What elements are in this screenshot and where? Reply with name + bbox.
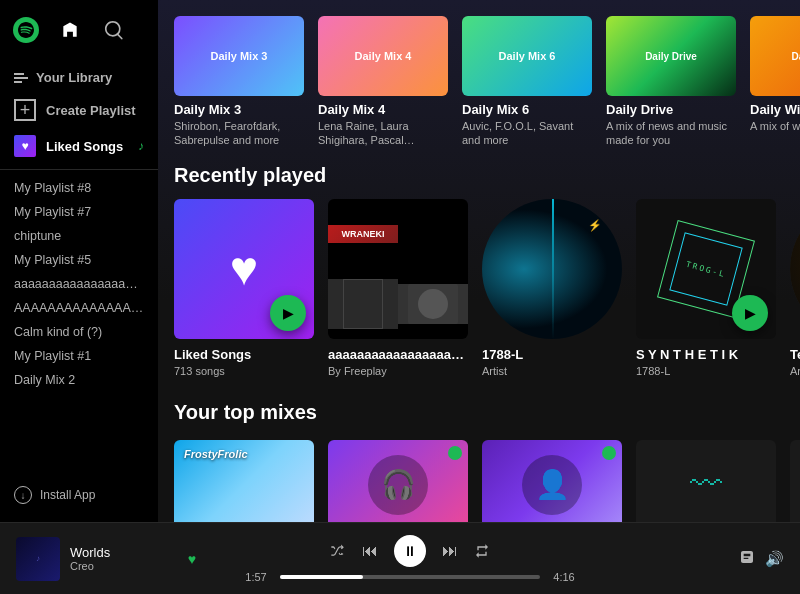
create-playlist-button[interactable]: + Create Playlist	[0, 91, 158, 129]
1788l-card[interactable]: ⚡ 1788-L Artist	[482, 199, 622, 377]
list-item[interactable]: My Playlist #1	[14, 344, 144, 368]
install-label: Install App	[40, 488, 95, 502]
mix-card-6[interactable]: Daily Mix 6 Daily Mix 6 Auvic, F.O.O.L, …	[462, 16, 592, 148]
liked-songs-icon: ♥	[14, 135, 36, 157]
prev-button[interactable]: ⏮	[362, 542, 378, 560]
synth-play-button[interactable]: ▶	[732, 295, 768, 331]
mix3-subtitle: Shirobon, Fearofdark, Sabrepulse and mor…	[174, 119, 304, 148]
main-content: Daily Mix 3 Daily Mix 3 Shirobon, Fearof…	[158, 0, 800, 522]
freeplay-q4	[398, 284, 468, 324]
synthetik-thumb: TROG-L ▶	[636, 199, 776, 339]
pink-mix-card[interactable]: 🎧	[328, 440, 468, 522]
time-total: 4:16	[548, 571, 580, 583]
mix4-label: Daily Mix 4	[355, 50, 412, 62]
synthetik-subtitle: 1788-L	[636, 365, 776, 377]
top-mixes-row: FrostyFrolic 🎧 👤	[158, 440, 800, 522]
library-icon	[14, 73, 28, 83]
mix3-thumbnail: Daily Mix 3	[174, 16, 304, 96]
progress-row: 1:57 4:16	[240, 571, 580, 583]
teminite-subtitle: Artist	[790, 365, 800, 377]
spotify-logo-small2	[602, 446, 616, 460]
pause-button[interactable]: ⏸	[394, 535, 426, 567]
purple-mix-card[interactable]: 👤	[482, 440, 622, 522]
install-app-button[interactable]: ↓ Install App	[0, 476, 158, 514]
playlist-list: My Playlist #8 My Playlist #7 chiptune M…	[0, 176, 158, 476]
list-item[interactable]: Calm kind of (?)	[14, 320, 144, 344]
next-button[interactable]: ⏭	[442, 542, 458, 560]
main-layout: Your Library + Create Playlist ♥ Liked S…	[0, 0, 800, 522]
plus-icon: +	[14, 99, 36, 121]
player-controls: ⏮ ⏸ ⏭ 1:57 4:16	[196, 535, 624, 583]
bottom-player: ♪ Worlds Creo ♥ ⏮ ⏸ ⏭ 1:57	[0, 522, 800, 594]
shuffle-button[interactable]	[330, 543, 346, 559]
mixdrive-subtitle: A mix of news and music made for you	[606, 119, 736, 148]
heart-icon: ♥	[230, 241, 259, 296]
mix6-thumbnail: Daily Mix 6	[462, 16, 592, 96]
teminite-thumb: 👤	[790, 199, 800, 339]
recently-played-header: Recently played	[158, 156, 800, 199]
list-item[interactable]: chiptune	[14, 224, 144, 248]
teal-waves-icon: 〰	[690, 466, 722, 503]
top-mixes-header: Your top mixes	[158, 393, 800, 436]
freeplay-subtitle: By Freeplay	[328, 365, 468, 377]
time-elapsed: 1:57	[240, 571, 272, 583]
spotify-logo[interactable]	[12, 16, 40, 44]
frosty-label: FrostyFrolic	[184, 448, 248, 460]
home-icon[interactable]	[56, 16, 84, 44]
mixw-subtitle: A mix of wellness...	[750, 119, 800, 133]
mixw-label: Daily Wi...	[791, 51, 800, 62]
track-liked-icon[interactable]: ♥	[188, 551, 196, 567]
list-item[interactable]: My Playlist #5	[14, 248, 144, 272]
synthetik-card[interactable]: TROG-L ▶ S Y N T H E T I K 1788-L	[636, 199, 776, 377]
freeplay-card[interactable]: WRANEKI aaaaaaaaaaaaaaaaaaa... By Freepl…	[328, 199, 468, 377]
daily-mix-row: Daily Mix 3 Daily Mix 3 Shirobon, Fearof…	[158, 0, 800, 156]
mixw-title: Daily Wi...	[750, 102, 800, 117]
1788l-title: 1788-L	[482, 347, 622, 362]
mix4-subtitle: Lena Raine, Laura Shigihara, Pascal Mich…	[318, 119, 448, 148]
list-item[interactable]: AAAAAAAAAAAAAAAAAAA...	[14, 296, 144, 320]
pink-figure: 🎧	[368, 455, 428, 515]
lyrics-button[interactable]	[739, 549, 755, 568]
track-name: Worlds	[70, 545, 178, 560]
speaker-icon: ♪	[138, 139, 144, 153]
mix-card-drive[interactable]: Daily Drive Daily Drive A mix of news an…	[606, 16, 736, 148]
repeat-button[interactable]	[474, 543, 490, 559]
control-buttons: ⏮ ⏸ ⏭	[330, 535, 490, 567]
synthetik-title: S Y N T H E T I K	[636, 347, 776, 362]
track-artist: Creo	[70, 560, 178, 572]
teal-mix-card[interactable]: 〰	[636, 440, 776, 522]
list-item[interactable]: My Playlist #7	[14, 200, 144, 224]
frosty-mix-card[interactable]: FrostyFrolic	[174, 440, 314, 522]
mix3-title: Daily Mix 3	[174, 102, 304, 117]
volume-button[interactable]: 🔊	[765, 550, 784, 568]
spotify-logo-small	[448, 446, 462, 460]
track-info: ♪ Worlds Creo ♥	[16, 537, 196, 581]
freeplay-thumb: WRANEKI	[328, 199, 468, 339]
sidebar-divider	[0, 169, 158, 170]
grey-mix-card[interactable]: ●	[790, 440, 800, 522]
list-item[interactable]: Daily Mix 2	[14, 368, 144, 392]
track-text: Worlds Creo	[70, 545, 178, 572]
play-button[interactable]: ▶	[270, 295, 306, 331]
mix-card-3[interactable]: Daily Mix 3 Daily Mix 3 Shirobon, Fearof…	[174, 16, 304, 148]
mix-card-w[interactable]: Daily Wi... Daily Wi... A mix of wellnes…	[750, 16, 800, 148]
library-label: Your Library	[36, 70, 112, 85]
mix6-subtitle: Auvic, F.O.O.L, Savant and more	[462, 119, 592, 148]
liked-songs-card-subtitle: 713 songs	[174, 365, 314, 377]
list-item[interactable]: My Playlist #8	[14, 176, 144, 200]
mix4-title: Daily Mix 4	[318, 102, 448, 117]
liked-songs-card[interactable]: ♥ ▶ Liked Songs 713 songs	[174, 199, 314, 377]
liked-songs-label: Liked Songs	[46, 139, 123, 154]
search-icon[interactable]	[100, 16, 128, 44]
library-header: Your Library	[0, 60, 158, 91]
album-art: ♪	[16, 537, 60, 581]
list-item[interactable]: aaaaaaaaaaaaaaaaaaaaaa...	[14, 272, 144, 296]
liked-songs-item[interactable]: ♥ Liked Songs ♪	[0, 129, 158, 163]
content-scroll: Daily Mix 3 Daily Mix 3 Shirobon, Fearof…	[158, 0, 800, 522]
mix6-label: Daily Mix 6	[499, 50, 556, 62]
teminite-card[interactable]: 👤 Teminite Artist	[790, 199, 800, 377]
mix-card-4[interactable]: Daily Mix 4 Daily Mix 4 Lena Raine, Laur…	[318, 16, 448, 148]
progress-bar[interactable]	[280, 575, 540, 579]
sidebar-nav-icons	[0, 8, 158, 52]
create-playlist-label: Create Playlist	[46, 103, 136, 118]
